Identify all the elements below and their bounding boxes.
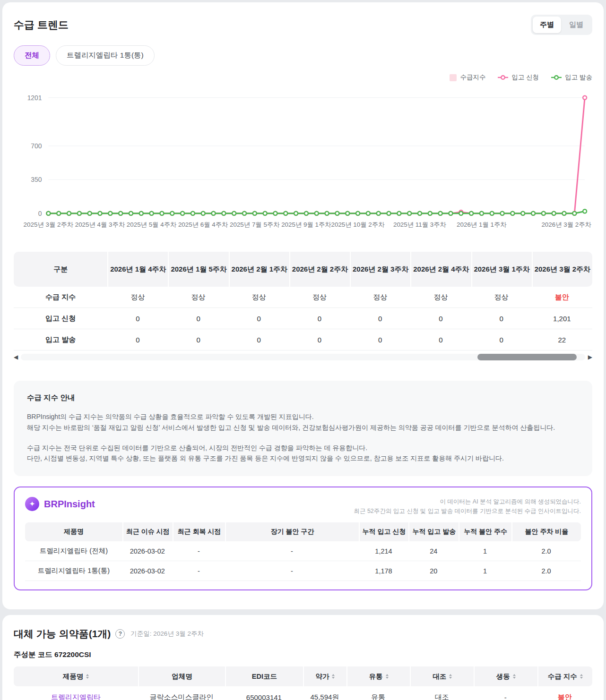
cell: 트렐리지엘립타 (전체) — [25, 541, 122, 561]
cell: 불안 — [532, 287, 592, 308]
cell: 0 — [410, 308, 471, 329]
row-label: 입고 신청 — [14, 308, 107, 329]
sort-icon[interactable] — [332, 674, 335, 679]
cell: 2.0 — [511, 561, 581, 581]
supply-trend-card: 수급 트렌드 주별 일별 전체 트렐리지엘립타 1통(통) 수급지수입고 신청입… — [2, 2, 604, 610]
sort-icon[interactable] — [86, 674, 89, 679]
table-row: 트렐리지엘립타글락소스미스클라인65000314145,594원유통대조-불안 — [14, 686, 592, 700]
column-header[interactable]: 유통 — [346, 666, 410, 686]
column-header: 최근 이슈 시점 — [122, 522, 173, 541]
cell: 0 — [350, 308, 410, 329]
scroll-left-icon[interactable]: ◀ — [14, 353, 18, 361]
cell: 0 — [168, 329, 228, 350]
column-header: 최근 회복 시점 — [173, 522, 225, 541]
cell: 1,214 — [359, 541, 409, 561]
legend-item[interactable]: 수급지수 — [450, 73, 485, 82]
table-row: 입고 신청00000001,201 — [14, 308, 592, 329]
cell: 정상 — [471, 287, 532, 308]
brpinsight-card: ✦ BRPInsight 이 데이터는 AI 분석 알고리즘에 의해 생성되었습… — [14, 487, 592, 590]
chart-legend: 수급지수입고 신청입고 발송 — [14, 73, 592, 82]
column-header: 장기 불안 구간 — [225, 522, 358, 541]
cell: 0 — [168, 308, 228, 329]
table-scrollbar[interactable]: ◀ ▶ — [14, 353, 592, 361]
column-header: 2026년 3월 1주차 — [471, 252, 532, 287]
brpinsight-brand: ✦ BRPInsight — [25, 497, 95, 511]
cell: 0 — [350, 329, 410, 350]
alternatives-table: 제품명업체명EDI코드약가유통대조생동수급 지수트렐리지엘립타글락소스미스클라인… — [14, 666, 592, 700]
column-header: 2026년 1월 5주차 — [168, 252, 228, 287]
cell: 0 — [229, 329, 289, 350]
cell: 1,201 — [532, 308, 592, 329]
svg-text:1201: 1201 — [27, 94, 42, 102]
product-link[interactable]: 트렐리지엘립타 — [51, 693, 101, 700]
cell: 2026-03-02 — [122, 561, 173, 581]
svg-text:2025년 5월 4주차: 2025년 5월 4주차 — [127, 221, 177, 228]
sort-icon[interactable] — [580, 674, 583, 679]
cell: 45,594원 — [303, 686, 346, 700]
cell: 정상 — [350, 287, 410, 308]
alternatives-card: 대체 가능 의약품(1개) ? 기준일: 2026년 3월 2주차 주성분 코드… — [2, 615, 604, 700]
cell: 정상 — [168, 287, 228, 308]
column-header[interactable]: 약가 — [303, 666, 346, 686]
svg-text:2025년 3월 2주차: 2025년 3월 2주차 — [24, 221, 74, 228]
column-header[interactable]: 생동 — [474, 666, 537, 686]
legend-label: 수급지수 — [460, 73, 485, 82]
legend-label: 입고 발송 — [565, 73, 592, 82]
column-header[interactable]: 대조 — [410, 666, 474, 686]
column-header: 구분 — [14, 252, 107, 287]
cell: - — [173, 561, 225, 581]
cell: 1 — [459, 561, 511, 581]
cell: 유통 — [346, 686, 410, 700]
disclaimer-line: 최근 52주간의 입고 신청 및 입고 발송 데이터를 기반으로 분석된 수급 … — [354, 506, 581, 516]
ingredient-code-label: 주성분 코드 672200CSI — [14, 650, 592, 660]
table-row: 트렐리지엘립타 1통(통)2026-03-02--1,1782012.0 — [25, 561, 581, 581]
table-row: 입고 발송000000022 — [14, 329, 592, 350]
column-header: 2026년 2월 3주차 — [350, 252, 410, 287]
column-header: 2026년 2월 1주차 — [229, 252, 289, 287]
cell: 2.0 — [511, 541, 581, 561]
sort-icon[interactable] — [513, 674, 516, 679]
cell: - — [474, 686, 537, 700]
legend-item[interactable]: 입고 신청 — [498, 73, 539, 82]
page-title: 수급 트렌드 — [14, 18, 69, 32]
cell: 트렐리지엘립타 1통(통) — [25, 561, 122, 581]
svg-text:0: 0 — [38, 210, 42, 217]
sort-icon[interactable] — [386, 674, 389, 679]
cell: 글락소스미스클라인 — [138, 686, 225, 700]
column-header[interactable]: 수급 지수 — [537, 666, 592, 686]
insight-table: 제품명최근 이슈 시점최근 회복 시점장기 불안 구간누적 입고 신청누적 입고… — [25, 522, 581, 581]
help-icon[interactable]: ? — [115, 629, 125, 639]
weekly-trend-table: 구분2026년 1월 4주차2026년 1월 5주차2026년 2월 1주차20… — [14, 252, 592, 350]
scroll-right-icon[interactable]: ▶ — [588, 353, 592, 361]
sort-icon[interactable] — [449, 674, 452, 679]
cell: 정상 — [410, 287, 471, 308]
period-toggle[interactable]: 주별 일별 — [531, 15, 592, 35]
legend-swatch — [450, 74, 457, 81]
column-header: EDI코드 — [225, 666, 303, 686]
cell: - — [225, 541, 358, 561]
svg-text:2026년 1월 1주차: 2026년 1월 1주차 — [457, 221, 507, 228]
chip-product[interactable]: 트렐리지엘립타 1통(통) — [56, 45, 155, 66]
legend-line-icon — [498, 75, 508, 80]
cell: 정상 — [229, 287, 289, 308]
toggle-daily[interactable]: 일별 — [562, 17, 590, 33]
trend-chart-canvas[interactable]: 035070012012025년 3월 2주차2025년 4월 3주차2025년… — [14, 84, 592, 236]
ai-disclaimer: 이 데이터는 AI 분석 알고리즘에 의해 생성되었습니다. 최근 52주간의 … — [354, 497, 581, 516]
cell: 대조 — [410, 686, 474, 700]
table-row: 트렐리지엘립타 (전체)2026-03-02--1,2142412.0 — [25, 541, 581, 561]
cell: 0 — [289, 308, 350, 329]
legend-item[interactable]: 입고 발송 — [551, 73, 592, 82]
cell: 22 — [532, 329, 592, 350]
chip-all[interactable]: 전체 — [14, 45, 50, 66]
svg-text:2025년 10월 2주차: 2025년 10월 2주차 — [331, 221, 385, 228]
svg-text:2026년 3월 2주차: 2026년 3월 2주차 — [541, 221, 591, 228]
cell: 0 — [229, 308, 289, 329]
scrollbar-track[interactable] — [21, 354, 585, 360]
table-row: 수급 지수정상정상정상정상정상정상정상불안 — [14, 287, 592, 308]
scrollbar-thumb[interactable] — [477, 354, 577, 360]
column-header[interactable]: 제품명 — [14, 666, 138, 686]
trend-chart[interactable]: 035070012012025년 3월 2주차2025년 4월 3주차2025년… — [14, 84, 592, 236]
notice-paragraph: BRPInsight의 수급 지수는 의약품의 수급 상황을 효율적으로 파악할… — [27, 411, 579, 433]
toggle-weekly[interactable]: 주별 — [533, 17, 561, 33]
alternatives-title: 대체 가능 의약품(1개) — [14, 627, 111, 640]
